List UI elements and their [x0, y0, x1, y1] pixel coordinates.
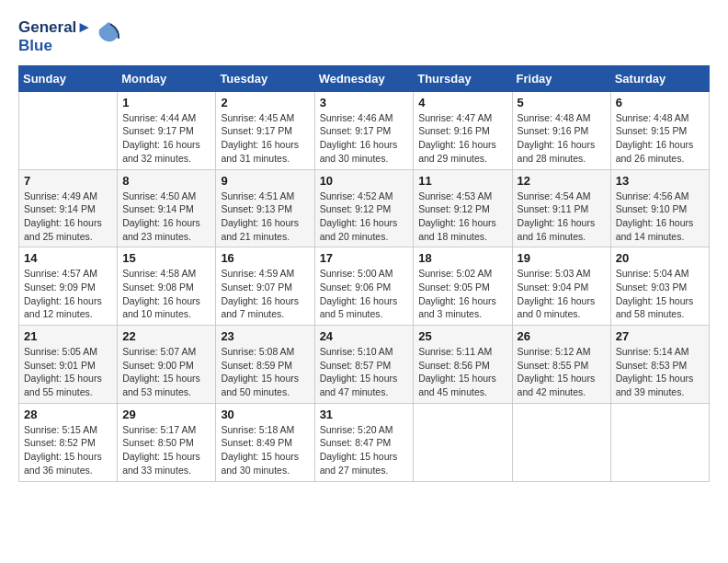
calendar-cell: 7Sunrise: 4:49 AMSunset: 9:14 PMDaylight…	[19, 169, 118, 247]
day-info: Sunrise: 5:03 AMSunset: 9:04 PMDaylight:…	[518, 267, 606, 321]
day-info: Sunrise: 5:14 AMSunset: 8:53 PMDaylight:…	[616, 345, 704, 399]
calendar-cell: 2Sunrise: 4:45 AMSunset: 9:17 PMDaylight…	[216, 91, 314, 169]
logo-icon	[94, 18, 123, 48]
day-info: Sunrise: 5:11 AMSunset: 8:56 PMDaylight:…	[418, 345, 506, 399]
day-number: 21	[24, 329, 112, 343]
calendar-cell: 24Sunrise: 5:10 AMSunset: 8:57 PMDayligh…	[314, 326, 414, 404]
day-number: 8	[122, 174, 210, 188]
calendar-cell: 8Sunrise: 4:50 AMSunset: 9:14 PMDaylight…	[118, 169, 216, 247]
day-info: Sunrise: 5:17 AMSunset: 8:50 PMDaylight:…	[122, 423, 210, 477]
day-number: 9	[221, 174, 309, 188]
calendar-cell: 20Sunrise: 5:04 AMSunset: 9:03 PMDayligh…	[610, 247, 709, 326]
calendar-cell: 30Sunrise: 5:18 AMSunset: 8:49 PMDayligh…	[216, 403, 314, 481]
calendar-cell	[610, 403, 709, 481]
calendar-cell: 3Sunrise: 4:46 AMSunset: 9:17 PMDaylight…	[314, 91, 414, 169]
calendar-cell: 11Sunrise: 4:53 AMSunset: 9:12 PMDayligh…	[414, 169, 512, 247]
day-number: 18	[418, 251, 506, 265]
calendar-cell: 21Sunrise: 5:05 AMSunset: 9:01 PMDayligh…	[19, 326, 118, 404]
calendar-cell: 31Sunrise: 5:20 AMSunset: 8:47 PMDayligh…	[314, 403, 414, 481]
day-info: Sunrise: 5:04 AMSunset: 9:03 PMDaylight:…	[616, 267, 704, 321]
calendar-cell: 15Sunrise: 4:58 AMSunset: 9:08 PMDayligh…	[118, 247, 216, 326]
day-number: 11	[418, 174, 506, 188]
calendar-header-row: SundayMondayTuesdayWednesdayThursdayFrid…	[19, 65, 710, 91]
logo-text: General► Blue	[18, 18, 92, 56]
day-info: Sunrise: 5:10 AMSunset: 8:57 PMDaylight:…	[320, 345, 409, 399]
day-number: 30	[221, 408, 309, 421]
calendar-cell: 16Sunrise: 4:59 AMSunset: 9:07 PMDayligh…	[216, 247, 314, 326]
calendar-cell: 25Sunrise: 5:11 AMSunset: 8:56 PMDayligh…	[414, 326, 512, 404]
day-number: 13	[616, 174, 704, 188]
day-info: Sunrise: 4:52 AMSunset: 9:12 PMDaylight:…	[320, 190, 409, 244]
calendar-cell	[512, 403, 610, 481]
day-info: Sunrise: 5:08 AMSunset: 8:59 PMDaylight:…	[221, 345, 309, 399]
day-number: 26	[518, 329, 606, 343]
calendar-week-row: 21Sunrise: 5:05 AMSunset: 9:01 PMDayligh…	[19, 326, 710, 404]
day-info: Sunrise: 5:20 AMSunset: 8:47 PMDaylight:…	[320, 423, 409, 477]
calendar-cell	[19, 91, 118, 169]
calendar-cell: 13Sunrise: 4:56 AMSunset: 9:10 PMDayligh…	[610, 169, 709, 247]
day-info: Sunrise: 4:48 AMSunset: 9:15 PMDaylight:…	[616, 111, 704, 166]
day-number: 28	[24, 408, 112, 421]
day-info: Sunrise: 4:45 AMSunset: 9:17 PMDaylight:…	[221, 111, 309, 166]
calendar-cell: 9Sunrise: 4:51 AMSunset: 9:13 PMDaylight…	[216, 169, 314, 247]
calendar-cell	[414, 403, 512, 481]
column-header-saturday: Saturday	[610, 65, 709, 91]
day-info: Sunrise: 5:15 AMSunset: 8:52 PMDaylight:…	[24, 423, 112, 477]
day-number: 31	[320, 408, 409, 421]
calendar-cell: 23Sunrise: 5:08 AMSunset: 8:59 PMDayligh…	[216, 326, 314, 404]
calendar-cell: 1Sunrise: 4:44 AMSunset: 9:17 PMDaylight…	[118, 91, 216, 169]
day-number: 1	[122, 96, 210, 109]
day-number: 29	[122, 408, 210, 421]
day-number: 7	[24, 174, 112, 188]
day-info: Sunrise: 5:00 AMSunset: 9:06 PMDaylight:…	[320, 267, 409, 321]
day-info: Sunrise: 4:59 AMSunset: 9:07 PMDaylight:…	[221, 267, 309, 321]
day-info: Sunrise: 4:44 AMSunset: 9:17 PMDaylight:…	[122, 111, 210, 166]
day-info: Sunrise: 4:58 AMSunset: 9:08 PMDaylight:…	[122, 267, 210, 321]
calendar-cell: 17Sunrise: 5:00 AMSunset: 9:06 PMDayligh…	[314, 247, 414, 326]
day-number: 16	[221, 251, 309, 265]
calendar-cell: 29Sunrise: 5:17 AMSunset: 8:50 PMDayligh…	[118, 403, 216, 481]
calendar-cell: 18Sunrise: 5:02 AMSunset: 9:05 PMDayligh…	[414, 247, 512, 326]
calendar-cell: 5Sunrise: 4:48 AMSunset: 9:16 PMDaylight…	[512, 91, 610, 169]
day-info: Sunrise: 5:18 AMSunset: 8:49 PMDaylight:…	[221, 423, 309, 477]
day-info: Sunrise: 5:02 AMSunset: 9:05 PMDaylight:…	[418, 267, 506, 321]
day-number: 19	[518, 251, 606, 265]
calendar-cell: 28Sunrise: 5:15 AMSunset: 8:52 PMDayligh…	[19, 403, 118, 481]
calendar-cell: 4Sunrise: 4:47 AMSunset: 9:16 PMDaylight…	[414, 91, 512, 169]
day-number: 24	[320, 329, 409, 343]
day-number: 5	[518, 96, 606, 109]
calendar-cell: 14Sunrise: 4:57 AMSunset: 9:09 PMDayligh…	[19, 247, 118, 326]
calendar-cell: 12Sunrise: 4:54 AMSunset: 9:11 PMDayligh…	[512, 169, 610, 247]
day-number: 6	[616, 96, 704, 109]
day-number: 25	[418, 329, 506, 343]
day-number: 3	[320, 96, 409, 109]
day-number: 23	[221, 329, 309, 343]
day-number: 17	[320, 251, 409, 265]
day-number: 15	[122, 251, 210, 265]
calendar-cell: 10Sunrise: 4:52 AMSunset: 9:12 PMDayligh…	[314, 169, 414, 247]
day-info: Sunrise: 4:47 AMSunset: 9:16 PMDaylight:…	[418, 111, 506, 166]
day-number: 20	[616, 251, 704, 265]
page-header: General► Blue	[18, 18, 710, 56]
calendar-week-row: 14Sunrise: 4:57 AMSunset: 9:09 PMDayligh…	[19, 247, 710, 326]
day-info: Sunrise: 5:05 AMSunset: 9:01 PMDaylight:…	[24, 345, 112, 399]
calendar-cell: 19Sunrise: 5:03 AMSunset: 9:04 PMDayligh…	[512, 247, 610, 326]
day-info: Sunrise: 4:50 AMSunset: 9:14 PMDaylight:…	[122, 190, 210, 244]
day-number: 12	[518, 174, 606, 188]
day-info: Sunrise: 5:12 AMSunset: 8:55 PMDaylight:…	[518, 345, 606, 399]
calendar-table: SundayMondayTuesdayWednesdayThursdayFrid…	[18, 65, 710, 482]
day-number: 4	[418, 96, 506, 109]
calendar-cell: 26Sunrise: 5:12 AMSunset: 8:55 PMDayligh…	[512, 326, 610, 404]
logo: General► Blue	[18, 18, 123, 56]
calendar-week-row: 7Sunrise: 4:49 AMSunset: 9:14 PMDaylight…	[19, 169, 710, 247]
day-info: Sunrise: 4:48 AMSunset: 9:16 PMDaylight:…	[518, 111, 606, 166]
calendar-cell: 27Sunrise: 5:14 AMSunset: 8:53 PMDayligh…	[610, 326, 709, 404]
day-number: 14	[24, 251, 112, 265]
column-header-friday: Friday	[512, 65, 610, 91]
column-header-sunday: Sunday	[19, 65, 118, 91]
column-header-wednesday: Wednesday	[314, 65, 414, 91]
calendar-week-row: 1Sunrise: 4:44 AMSunset: 9:17 PMDaylight…	[19, 91, 710, 169]
day-info: Sunrise: 4:54 AMSunset: 9:11 PMDaylight:…	[518, 190, 606, 244]
day-info: Sunrise: 4:49 AMSunset: 9:14 PMDaylight:…	[24, 190, 112, 244]
day-info: Sunrise: 4:51 AMSunset: 9:13 PMDaylight:…	[221, 190, 309, 244]
